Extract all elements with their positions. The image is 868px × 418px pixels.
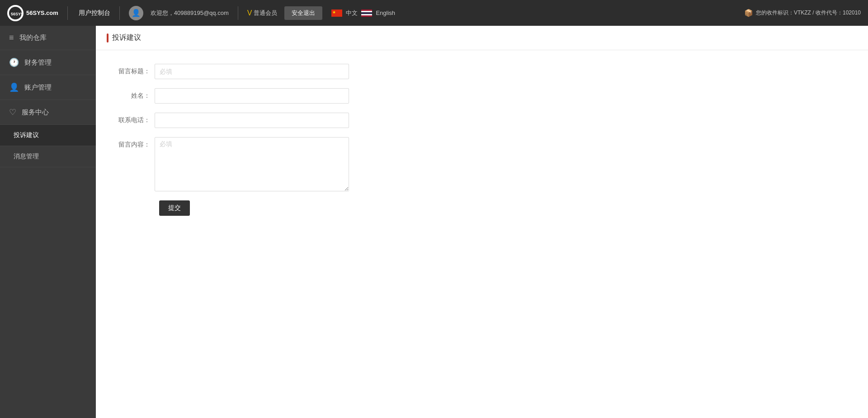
submit-row: 提交 (114, 200, 850, 216)
name-label: 姓名： (114, 88, 155, 100)
subject-input[interactable] (155, 64, 349, 79)
header-divider-1 (67, 6, 68, 20)
sidebar-item-message[interactable]: 消息管理 (0, 146, 96, 167)
member-label: 普通会员 (254, 9, 277, 17)
flag-cn-icon (331, 10, 342, 17)
welcome-text: 欢迎您，409889195@qq.com (151, 9, 229, 17)
account-icon: 👤 (9, 82, 19, 92)
header: 56SYS 56SYS.com 用户控制台 👤 欢迎您，409889195@qq… (0, 0, 868, 26)
language-section: 中文 English (331, 9, 395, 17)
lang-en-label[interactable]: English (376, 10, 395, 16)
parcel-icon: 📦 (744, 9, 753, 17)
logout-button[interactable]: 安全退出 (284, 6, 322, 20)
page-header-bar (107, 33, 108, 43)
submit-button[interactable]: 提交 (159, 200, 190, 216)
form-row-name: 姓名： (114, 88, 850, 104)
lang-cn-label[interactable]: 中文 (346, 9, 358, 17)
sidebar-item-service-label: 服务中心 (22, 108, 49, 117)
sidebar-item-finance-label: 财务管理 (24, 58, 52, 67)
control-panel-label: 用户控制台 (79, 9, 110, 17)
user-id-section: 📦 您的收件标识：VTKZZ / 收件代号：102010 (744, 9, 861, 17)
svg-text:56SYS: 56SYS (11, 12, 22, 16)
sidebar-item-message-label: 消息管理 (14, 152, 39, 160)
header-divider-3 (238, 6, 238, 20)
form-row-phone: 联系电话： (114, 113, 850, 128)
subject-label: 留言标题： (114, 64, 155, 76)
member-badge: V 普通会员 (247, 9, 278, 17)
sidebar: ≡ 我的仓库 🕐 财务管理 👤 账户管理 ♡ 服务中心 投诉建议 消息管理 (0, 26, 96, 418)
sidebar-item-warehouse-label: 我的仓库 (19, 33, 47, 42)
main-content: 投诉建议 留言标题： 姓名： 联系电话： 留言内容： (96, 26, 868, 418)
service-icon: ♡ (9, 107, 16, 117)
logo-icon: 56SYS (7, 5, 24, 21)
phone-label: 联系电话： (114, 113, 155, 124)
flag-th-icon (361, 10, 372, 17)
sidebar-item-complaint-label: 投诉建议 (14, 131, 39, 138)
member-icon: V (247, 9, 252, 17)
page-title: 投诉建议 (112, 33, 141, 43)
layout: ≡ 我的仓库 🕐 财务管理 👤 账户管理 ♡ 服务中心 投诉建议 消息管理 投诉… (0, 26, 868, 418)
name-input[interactable] (155, 88, 349, 104)
sidebar-item-warehouse[interactable]: ≡ 我的仓库 (0, 26, 96, 50)
sidebar-item-service[interactable]: ♡ 服务中心 (0, 100, 96, 125)
form-row-subject: 留言标题： (114, 64, 850, 79)
content-label: 留言内容： (114, 137, 155, 149)
user-id-text: 您的收件标识：VTKZZ / 收件代号：102010 (756, 9, 861, 17)
avatar: 👤 (129, 6, 143, 20)
header-divider-2 (119, 6, 120, 20)
logo-text: 56SYS.com (26, 10, 58, 16)
logo: 56SYS 56SYS.com (7, 5, 58, 21)
warehouse-icon: ≡ (9, 33, 14, 43)
page-header: 投诉建议 (96, 26, 868, 50)
form-row-content: 留言内容： (114, 137, 850, 191)
phone-input[interactable] (155, 113, 349, 128)
complaint-form: 留言标题： 姓名： 联系电话： 留言内容： 提交 (96, 50, 868, 229)
sidebar-item-complaint[interactable]: 投诉建议 (0, 125, 96, 146)
finance-icon: 🕐 (9, 57, 19, 67)
sidebar-item-account[interactable]: 👤 账户管理 (0, 75, 96, 100)
content-textarea[interactable] (155, 137, 349, 191)
sidebar-item-finance[interactable]: 🕐 财务管理 (0, 50, 96, 75)
sidebar-item-account-label: 账户管理 (24, 83, 52, 92)
